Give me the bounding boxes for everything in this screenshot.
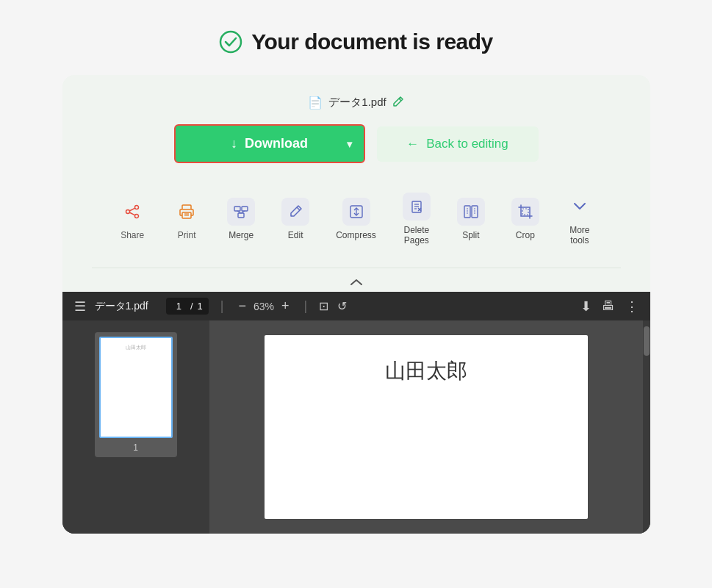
split-label: Split — [462, 230, 479, 240]
crop-label: Crop — [516, 230, 535, 240]
pdf-action-icons: ⬇ 🖶 ⋮ — [580, 298, 639, 315]
tool-split[interactable]: Split — [444, 190, 498, 248]
check-circle-icon — [219, 30, 242, 54]
back-to-editing-button[interactable]: ← Back to editing — [377, 126, 539, 162]
split-icon — [457, 198, 485, 226]
print-label: Print — [178, 230, 196, 240]
tool-delete-pages[interactable]: DeletePages — [389, 185, 444, 253]
collapse-button[interactable] — [342, 273, 370, 292]
pdf-zoom-in-button[interactable]: + — [278, 298, 292, 314]
pdf-zoom-out-button[interactable]: − — [235, 298, 249, 314]
edit-icon — [281, 198, 309, 226]
more-tools-icon — [566, 193, 594, 220]
svg-point-2 — [135, 215, 139, 218]
tools-row: Share Print — [92, 185, 621, 253]
tool-merge[interactable]: Merge — [214, 190, 268, 248]
pdf-page-content: 山田太郎 — [385, 357, 467, 385]
pdf-print-icon[interactable]: 🖶 — [602, 298, 615, 314]
pdf-page-total: 1 — [198, 301, 203, 312]
page-title-row: Your document is ready — [219, 29, 493, 54]
edit-label: Edit — [288, 230, 303, 240]
filename-text: データ1.pdf — [328, 96, 386, 110]
pdf-page-indicator: 1 / 1 — [166, 298, 209, 315]
tool-more-tools[interactable]: Moretools — [553, 185, 607, 253]
tool-edit[interactable]: Edit — [268, 190, 323, 248]
share-label: Share — [121, 230, 144, 240]
compress-icon — [342, 198, 370, 226]
pdf-main-view: 山田太郎 — [209, 320, 643, 534]
pdf-scrollbar-thumb[interactable] — [644, 326, 650, 356]
svg-point-0 — [220, 32, 241, 52]
pdf-scrollbar[interactable] — [643, 320, 650, 534]
main-card: 📄 データ1.pdf ↓ Download ▾ ← Back to editin… — [62, 75, 650, 534]
svg-line-5 — [129, 212, 135, 215]
crop-icon — [511, 198, 539, 226]
svg-rect-32 — [522, 209, 528, 215]
pdf-menu-icon[interactable]: ☰ — [74, 298, 86, 315]
pdf-thumb-1-wrap[interactable]: 山田太郎 1 — [95, 332, 177, 457]
tool-compress[interactable]: Compress — [323, 190, 389, 248]
pdf-viewer: ☰ データ1.pdf 1 / 1 | − 63% + | ⊡ ↺ ⬇ 🖶 ⋮ — [62, 292, 650, 534]
filename-row: 📄 データ1.pdf — [308, 96, 403, 110]
pdf-zoom-wrap: − 63% + — [235, 298, 292, 314]
merge-icon — [227, 198, 255, 226]
svg-line-4 — [129, 208, 135, 211]
pdf-divider-2: | — [303, 298, 307, 314]
file-icon: 📄 — [308, 96, 323, 110]
page-title: Your document is ready — [251, 29, 493, 54]
pdf-thumbnail-1: 山田太郎 — [99, 337, 173, 438]
download-button[interactable]: ↓ Download ▾ — [174, 124, 365, 163]
action-buttons: ↓ Download ▾ ← Back to editing — [174, 124, 539, 163]
delete-pages-label: DeletePages — [404, 225, 430, 245]
pdf-filename-label: データ1.pdf — [95, 300, 148, 313]
svg-rect-6 — [182, 205, 191, 209]
svg-rect-10 — [234, 207, 240, 211]
edit-filename-icon[interactable] — [392, 96, 404, 110]
svg-rect-12 — [238, 213, 244, 218]
pdf-history-icon[interactable]: ↺ — [337, 299, 347, 313]
print-icon — [173, 198, 201, 226]
pdf-page-current[interactable]: 1 — [172, 300, 186, 312]
merge-label: Merge — [229, 230, 253, 240]
pdf-thumbnail-sidebar: 山田太郎 1 — [62, 320, 209, 534]
collapse-row — [92, 268, 621, 292]
svg-point-3 — [126, 210, 130, 214]
pdf-toolbar: ☰ データ1.pdf 1 / 1 | − 63% + | ⊡ ↺ ⬇ 🖶 ⋮ — [62, 292, 650, 320]
back-label: Back to editing — [426, 137, 508, 151]
back-arrow-icon: ← — [406, 137, 419, 151]
pdf-download-icon[interactable]: ⬇ — [580, 298, 591, 315]
tool-print[interactable]: Print — [159, 190, 214, 248]
more-tools-label: Moretools — [569, 225, 589, 245]
svg-point-1 — [135, 206, 139, 209]
svg-rect-11 — [242, 207, 248, 211]
share-icon — [118, 198, 146, 226]
tool-share[interactable]: Share — [105, 190, 159, 248]
delete-pages-icon — [403, 193, 431, 220]
pdf-more-icon[interactable]: ⋮ — [625, 298, 639, 315]
pdf-thumb-page-num: 1 — [133, 442, 138, 453]
svg-rect-25 — [472, 206, 478, 218]
pdf-page-separator: / — [190, 301, 193, 312]
tool-crop[interactable]: Crop — [498, 190, 553, 248]
pdf-fit-icon[interactable]: ⊡ — [319, 299, 328, 313]
pdf-content: 山田太郎 1 山田太郎 — [62, 320, 650, 534]
pdf-divider-1: | — [220, 298, 224, 314]
svg-line-15 — [297, 207, 300, 210]
compress-label: Compress — [336, 230, 376, 240]
download-label: Download — [245, 136, 308, 151]
download-chevron-icon: ▾ — [347, 138, 352, 150]
svg-rect-24 — [464, 206, 470, 218]
pdf-page-canvas: 山田太郎 — [265, 335, 588, 519]
pdf-zoom-level: 63% — [253, 301, 274, 312]
download-arrow-icon: ↓ — [231, 136, 237, 151]
